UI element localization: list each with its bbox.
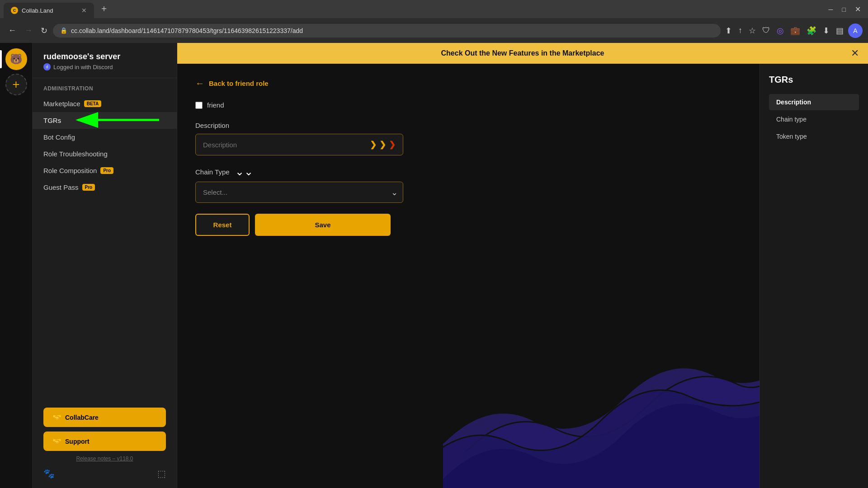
tgr-nav-chain-type[interactable]: Chain type — [769, 111, 859, 127]
app-layout: 🐻 + rudemoose's server d Logged in with … — [0, 43, 868, 488]
chain-type-label: Chain Type — [195, 168, 230, 176]
guest-pass-label: Guest Pass — [43, 183, 79, 191]
discord-login-text: Logged in with Discord — [53, 64, 113, 70]
back-navigation[interactable]: ← Back to friend role — [195, 78, 741, 89]
admin-section-label: Administration — [33, 85, 177, 92]
release-notes-text: Release notes – v118.0 — [76, 455, 133, 462]
collab-care-icon: 🤝 — [52, 413, 61, 422]
form-content: ← Back to friend role friend Description… — [177, 64, 760, 488]
role-checkbox[interactable] — [195, 102, 203, 109]
sidebar-item-guest-pass[interactable]: Guest Pass Pro — [33, 179, 177, 196]
form-actions: Reset Save — [195, 214, 741, 236]
tgrs-panel-title: TGRs — [769, 75, 859, 85]
browser-chrome: ─ □ ✕ C Collab.Land ✕ ＋ ← → ↻ 🔒 cc.colla… — [0, 0, 868, 43]
bookmark-icon[interactable]: ☆ — [747, 24, 758, 38]
arrow-icon-2: ❯ — [379, 140, 386, 150]
collab-care-button[interactable]: 🤝 CollabCare — [43, 408, 166, 427]
window-minimize[interactable]: ─ — [825, 4, 837, 14]
pro-badge-guest: Pro — [82, 184, 95, 191]
notification-close-button[interactable]: ✕ — [851, 47, 859, 59]
new-tab-button[interactable]: ＋ — [96, 0, 112, 16]
discord-login-row: d Logged in with Discord — [43, 63, 166, 70]
sidebar-toggle-icon[interactable]: ▤ — [834, 24, 845, 38]
sidebar-item-bot-config[interactable]: Bot Config — [33, 129, 177, 145]
puzzle-icon[interactable]: 🧩 — [805, 24, 818, 38]
browser-toolbar: ← → ↻ 🔒 cc.collab.land/dashboard/1146147… — [0, 18, 868, 43]
bot-config-label: Bot Config — [43, 133, 75, 141]
back-nav-text: Back to friend role — [209, 80, 269, 87]
chain-type-select-wrapper: Select... ⌄ — [195, 182, 403, 203]
tgr-nav-description-label: Description — [776, 99, 811, 106]
avatar-icon: 🐻 — [10, 53, 22, 65]
support-icon: 🤝 — [52, 437, 61, 446]
double-chevron-icon: ⌄⌄ — [235, 166, 253, 177]
beta-badge: BETA — [84, 100, 101, 107]
tgrs-label: TGRs — [43, 117, 61, 124]
address-bar[interactable]: 🔒 cc.collab.land/dashboard/1146147107879… — [53, 24, 721, 38]
notification-banner: Check Out the New Features in the Market… — [177, 43, 868, 64]
forward-button[interactable]: → — [22, 24, 35, 37]
description-section: Description ❯ ❯ ❯ — [195, 122, 741, 155]
description-label: Description — [195, 122, 741, 129]
sidebar-item-role-troubleshooting[interactable]: Role Troubleshooting — [33, 145, 177, 162]
add-server-button[interactable]: + — [5, 74, 27, 95]
main-sidebar: rudemoose's server d Logged in with Disc… — [33, 43, 177, 488]
tgr-nav-chain-type-label: Chain type — [776, 116, 807, 123]
save-button[interactable]: Save — [255, 214, 391, 236]
colorpicker-icon[interactable]: ◎ — [775, 24, 786, 38]
arrow-icon-1: ❯ — [370, 140, 377, 150]
browser-shield-icon[interactable]: 🛡 — [760, 24, 772, 37]
discord-icon: d — [43, 63, 51, 70]
wallet-icon[interactable]: 💼 — [788, 24, 802, 38]
tab-title: Collab.Land — [22, 7, 53, 14]
back-button[interactable]: ← — [5, 24, 19, 37]
extensions-icon[interactable]: ⬆ — [723, 24, 734, 38]
wave-decoration — [443, 262, 760, 488]
back-arrow-icon: ← — [195, 78, 204, 89]
release-notes-link[interactable]: Release notes – v118.0 — [43, 455, 166, 462]
logout-icon[interactable]: ⬚ — [157, 468, 166, 479]
reload-button[interactable]: ↻ — [38, 24, 50, 38]
reset-button[interactable]: Reset — [195, 214, 250, 236]
server-avatar[interactable]: 🐻 — [5, 48, 27, 70]
profile-icon[interactable]: A — [848, 23, 863, 38]
sidebar-footer-icons: 🐾 ⬚ — [43, 466, 166, 481]
support-label: Support — [65, 438, 90, 445]
tgr-nav-token-type-label: Token type — [776, 133, 807, 140]
main-content: Check Out the New Features in the Market… — [177, 43, 868, 488]
right-sidebar: TGRs Description Chain type Token type — [760, 64, 868, 488]
tab-favicon: C — [11, 7, 18, 14]
role-name-label: friend — [207, 101, 224, 109]
sidebar-header: rudemoose's server d Logged in with Disc… — [33, 43, 177, 78]
pro-badge-composition: Pro — [100, 167, 113, 174]
tgr-nav-description[interactable]: Description — [769, 94, 859, 110]
role-checkbox-row: friend — [195, 101, 741, 109]
address-text: cc.collab.land/dashboard/114614710787978… — [71, 27, 303, 34]
notification-text: Check Out the New Features in the Market… — [441, 49, 604, 57]
sidebar-item-marketplace[interactable]: Marketplace BETA — [33, 95, 177, 112]
lock-icon: 🔒 — [60, 27, 67, 34]
description-input-wrapper: ❯ ❯ ❯ — [195, 134, 403, 155]
description-input[interactable] — [203, 141, 367, 149]
sidebar-item-role-composition[interactable]: Role Composition Pro — [33, 162, 177, 179]
collab-logo-icon: 🐾 — [43, 468, 55, 479]
collab-care-label: CollabCare — [65, 414, 99, 421]
server-name: rudemoose's server — [43, 52, 166, 61]
server-sidebar: 🐻 + — [0, 43, 33, 488]
window-close[interactable]: ✕ — [851, 3, 864, 15]
tab-close-icon[interactable]: ✕ — [81, 7, 87, 14]
chain-type-select[interactable]: Select... — [195, 182, 403, 203]
share-icon[interactable]: ↑ — [736, 24, 744, 37]
content-with-sidebar: ← Back to friend role friend Description… — [177, 64, 868, 488]
chain-type-section: Chain Type ⌄⌄ Select... ⌄ — [195, 166, 741, 203]
arrow-icon-3: ❯ — [389, 140, 396, 150]
download-icon[interactable]: ⬇ — [821, 24, 831, 38]
marketplace-label: Marketplace — [43, 100, 80, 108]
sidebar-bottom: 🤝 CollabCare 🤝 Support Release notes – v… — [33, 400, 177, 488]
support-button[interactable]: 🤝 Support — [43, 432, 166, 451]
tgr-nav-token-type[interactable]: Token type — [769, 128, 859, 145]
browser-tab-active[interactable]: C Collab.Land ✕ — [4, 3, 94, 18]
window-maximize[interactable]: □ — [839, 4, 849, 14]
role-composition-label: Role Composition — [43, 167, 97, 174]
sidebar-item-tgrs[interactable]: TGRs — [33, 112, 177, 129]
